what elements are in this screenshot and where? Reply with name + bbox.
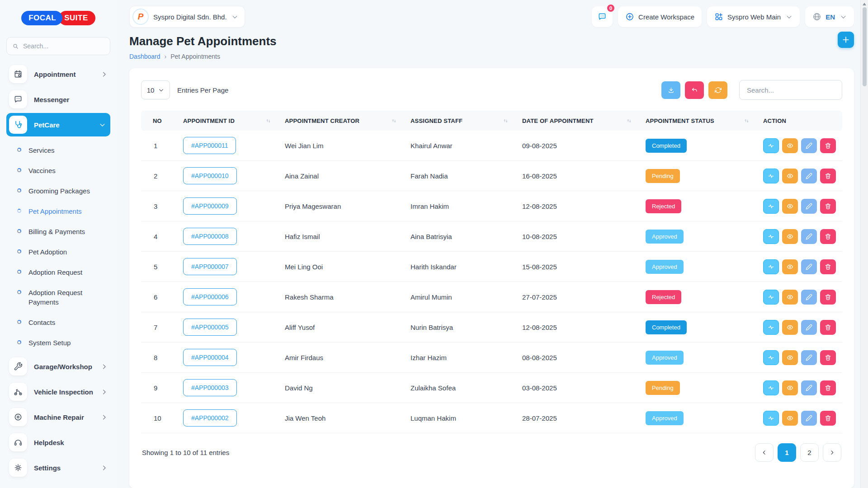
delete-button[interactable] bbox=[820, 259, 836, 274]
activity-button[interactable] bbox=[763, 138, 779, 153]
sidebar-item-appointment[interactable]: Appointment bbox=[6, 61, 110, 87]
sidebar-item-helpdesk[interactable]: Helpdesk bbox=[6, 430, 110, 455]
scrollbar-up-arrow-icon[interactable] bbox=[863, 3, 866, 5]
sidebar-item-settings[interactable]: Settings bbox=[6, 455, 110, 480]
add-appointment-button[interactable] bbox=[838, 32, 854, 48]
page-button-2[interactable]: 2 bbox=[800, 443, 819, 462]
view-button[interactable] bbox=[782, 290, 798, 305]
col-assigned-staff[interactable]: ASSIGNED STAFF bbox=[406, 111, 518, 131]
chat-button[interactable]: 0 bbox=[592, 6, 613, 27]
sort-icon[interactable] bbox=[391, 118, 401, 124]
appointment-id-pill[interactable]: #APP000005 bbox=[183, 319, 237, 336]
globe-icon bbox=[812, 12, 821, 21]
sidebar-item-garage-workshop[interactable]: Garage/Workshop bbox=[6, 354, 110, 379]
appointment-id-pill[interactable]: #APP000009 bbox=[183, 197, 237, 215]
appointment-id-pill[interactable]: #APP000004 bbox=[183, 349, 237, 366]
sidebar-item-pet-appointments[interactable]: Pet Appointments bbox=[6, 201, 110, 221]
activity-button[interactable] bbox=[763, 169, 779, 183]
delete-button[interactable] bbox=[820, 320, 836, 335]
appointment-id-pill[interactable]: #APP000003 bbox=[183, 379, 237, 396]
view-button[interactable] bbox=[782, 199, 798, 214]
view-button[interactable] bbox=[782, 411, 798, 426]
activity-button[interactable] bbox=[763, 350, 779, 365]
export-button[interactable] bbox=[661, 81, 680, 99]
sidebar-item-pet-adoption[interactable]: Pet Adoption bbox=[6, 242, 110, 262]
view-button[interactable] bbox=[782, 259, 798, 274]
delete-button[interactable] bbox=[820, 199, 836, 214]
create-workspace-button[interactable]: Create Workspace bbox=[618, 6, 702, 27]
appointment-id-pill[interactable]: #APP000011 bbox=[183, 137, 236, 154]
edit-button[interactable] bbox=[801, 290, 817, 305]
scrollbar-thumb[interactable] bbox=[863, 7, 867, 86]
view-button[interactable] bbox=[782, 138, 798, 153]
language-selector[interactable]: EN bbox=[805, 6, 854, 27]
workspace-selector[interactable]: P Syspro Digital Sdn. Bhd. bbox=[129, 6, 245, 28]
appointment-id-pill[interactable]: #APP000007 bbox=[183, 258, 237, 275]
sidebar-item-grooming-packages[interactable]: Grooming Packages bbox=[6, 181, 110, 201]
appointment-id-pill[interactable]: #APP000010 bbox=[183, 167, 237, 184]
col-appointment-creator[interactable]: APPOINTMENT CREATOR bbox=[280, 111, 406, 131]
sidebar-item-messenger[interactable]: Messenger bbox=[6, 87, 110, 112]
edit-button[interactable] bbox=[801, 259, 817, 274]
sidebar-item-contacts[interactable]: Contacts bbox=[6, 312, 110, 333]
reset-button[interactable] bbox=[685, 81, 704, 99]
sidebar-item-vaccines[interactable]: Vaccines bbox=[6, 160, 110, 181]
activity-button[interactable] bbox=[763, 199, 779, 214]
edit-button[interactable] bbox=[801, 169, 817, 183]
sort-icon[interactable] bbox=[503, 118, 513, 124]
activity-button[interactable] bbox=[763, 290, 779, 305]
table-search-input[interactable] bbox=[739, 80, 842, 100]
refresh-button[interactable] bbox=[708, 81, 727, 99]
sort-icon[interactable] bbox=[744, 118, 754, 124]
appointment-id-pill[interactable]: #APP000006 bbox=[183, 288, 237, 305]
delete-button[interactable] bbox=[820, 411, 836, 426]
page-scrollbar[interactable] bbox=[860, 0, 868, 488]
sidebar-search-input[interactable] bbox=[23, 42, 95, 50]
view-button[interactable] bbox=[782, 380, 798, 395]
edit-button[interactable] bbox=[801, 380, 817, 395]
delete-button[interactable] bbox=[820, 138, 836, 153]
sidebar-search[interactable] bbox=[6, 37, 110, 55]
appointment-id-pill[interactable]: #APP000008 bbox=[183, 228, 237, 245]
col-status[interactable]: APPOINTMENT STATUS bbox=[641, 111, 759, 131]
sidebar-item-vehicle-inspection[interactable]: Vehicle Inspection bbox=[6, 379, 110, 404]
sidebar-item-adoption-request-payments[interactable]: Adoption Request Payments bbox=[6, 282, 110, 312]
sort-icon[interactable] bbox=[626, 118, 637, 124]
activity-button[interactable] bbox=[763, 259, 779, 274]
sidebar-item-machine-repair[interactable]: Machine Repair bbox=[6, 404, 110, 430]
activity-button[interactable] bbox=[763, 380, 779, 395]
appointment-id-pill[interactable]: #APP000002 bbox=[183, 409, 237, 427]
delete-button[interactable] bbox=[820, 380, 836, 395]
col-date[interactable]: DATE OF APPOINTMENT bbox=[518, 111, 641, 131]
sidebar-item-billing-payments[interactable]: Billing & Payments bbox=[6, 221, 110, 242]
edit-button[interactable] bbox=[801, 350, 817, 365]
view-button[interactable] bbox=[782, 169, 798, 183]
edit-button[interactable] bbox=[801, 229, 817, 244]
delete-button[interactable] bbox=[820, 350, 836, 365]
view-button[interactable] bbox=[782, 350, 798, 365]
edit-button[interactable] bbox=[801, 199, 817, 214]
sort-icon[interactable] bbox=[265, 118, 276, 124]
entries-per-page-select[interactable]: 10 bbox=[141, 80, 170, 99]
delete-button[interactable] bbox=[820, 229, 836, 244]
sidebar-item-adoption-request[interactable]: Adoption Request bbox=[6, 262, 110, 282]
activity-button[interactable] bbox=[763, 411, 779, 426]
activity-button[interactable] bbox=[763, 229, 779, 244]
next-page-button[interactable] bbox=[823, 443, 841, 462]
page-button-1[interactable]: 1 bbox=[778, 443, 796, 462]
sidebar-item-petcare[interactable]: PetCare bbox=[6, 113, 110, 136]
breadcrumb-dashboard[interactable]: Dashboard bbox=[129, 53, 160, 60]
sidebar-item-system-setup[interactable]: System Setup bbox=[6, 333, 110, 353]
col-appointment-id[interactable]: APPOINTMENT ID bbox=[179, 111, 280, 131]
activity-button[interactable] bbox=[763, 320, 779, 335]
edit-button[interactable] bbox=[801, 320, 817, 335]
sidebar-item-services[interactable]: Services bbox=[6, 140, 110, 160]
edit-button[interactable] bbox=[801, 138, 817, 153]
delete-button[interactable] bbox=[820, 290, 836, 305]
delete-button[interactable] bbox=[820, 169, 836, 183]
edit-button[interactable] bbox=[801, 411, 817, 426]
view-button[interactable] bbox=[782, 320, 798, 335]
app-switcher[interactable]: Syspro Web Main bbox=[707, 6, 800, 27]
prev-page-button[interactable] bbox=[755, 443, 774, 462]
view-button[interactable] bbox=[782, 229, 798, 244]
